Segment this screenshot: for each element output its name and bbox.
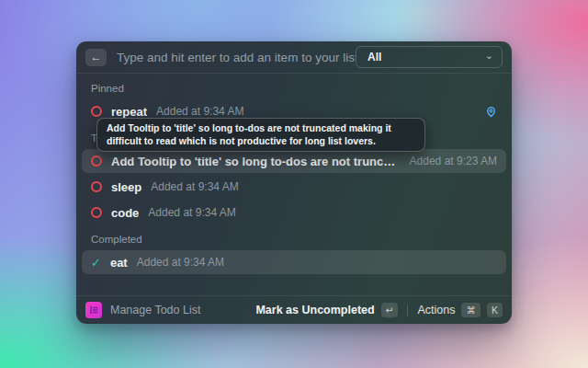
item-title: eat (110, 256, 128, 270)
chevron-down-icon: ⌄ (485, 51, 493, 61)
footer-separator (407, 305, 408, 316)
todo-circle-icon (91, 106, 102, 117)
action-bar: Manage Todo List Mark as Uncompleted ↵ A… (76, 295, 512, 324)
k-key-icon: K (487, 303, 503, 317)
filter-dropdown[interactable]: All ⌄ (356, 46, 503, 68)
back-button[interactable]: ← (85, 49, 107, 66)
list-item-code[interactable]: code Added at 9:34 AM (82, 201, 506, 224)
extension-icon (85, 302, 102, 318)
section-header-completed: Completed (82, 234, 506, 245)
item-title: sleep (111, 180, 141, 194)
pin-icon (485, 106, 497, 118)
primary-action-button[interactable]: Mark as Uncompleted (255, 304, 374, 316)
filter-dropdown-value: All (368, 51, 485, 63)
raycast-window: ← All ⌄ Pinned repeat Added at 9:34 AM T… (76, 41, 512, 324)
back-icon: ← (91, 51, 102, 63)
item-subtitle: Added at 9:23 AM (410, 155, 497, 167)
actions-button[interactable]: Actions (417, 304, 455, 316)
item-subtitle: Added at 9:34 AM (156, 105, 243, 118)
todo-circle-icon (91, 155, 102, 167)
app-name: Manage Todo List (110, 304, 200, 316)
list-item-add-tooltip[interactable]: Add Tooltip to 'title' so long to-dos ar… (82, 149, 506, 173)
return-key-icon: ↵ (381, 303, 399, 317)
check-icon: ✓ (91, 257, 101, 269)
search-bar: ← All ⌄ (76, 41, 512, 74)
item-subtitle: Added at 9:34 AM (148, 206, 235, 219)
todo-circle-icon (91, 207, 102, 218)
search-input[interactable] (117, 51, 356, 64)
section-header-pinned: Pinned (82, 83, 506, 94)
item-subtitle: Added at 9:34 AM (137, 256, 224, 269)
item-subtitle: Added at 9:34 AM (151, 180, 238, 193)
title-tooltip: Add Tooltip to 'title' so long to-dos ar… (96, 118, 425, 152)
item-title: Add Tooltip to 'title' so long to-dos ar… (111, 155, 401, 168)
list-item-eat[interactable]: ✓ eat Added at 9:34 AM (82, 250, 506, 274)
item-title: repeat (111, 105, 147, 119)
todo-circle-icon (91, 181, 102, 192)
item-title: code (111, 206, 139, 220)
list-item-sleep[interactable]: sleep Added at 9:34 AM (82, 175, 506, 199)
command-key-icon: ⌘ (461, 303, 481, 317)
todo-list: Pinned repeat Added at 9:34 AM Todo Add … (76, 74, 512, 295)
